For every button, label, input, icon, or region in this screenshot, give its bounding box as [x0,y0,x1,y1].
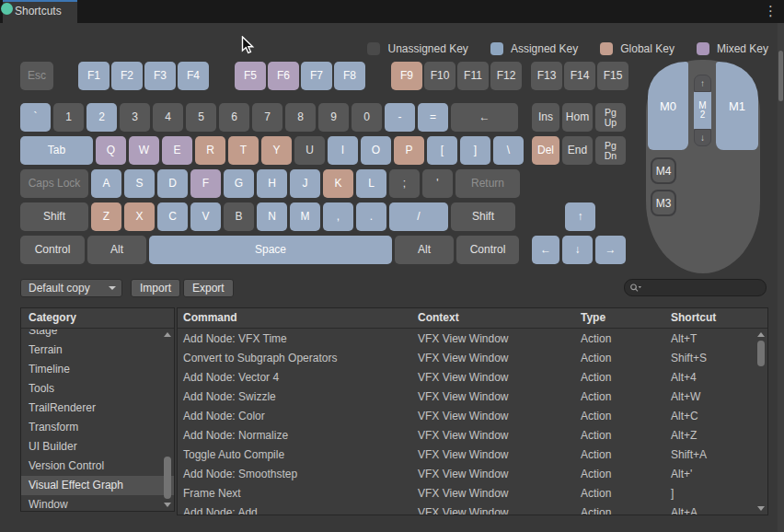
category-item[interactable]: Visual Effect Graph [21,476,174,495]
key--[interactable]: - [385,103,415,132]
key-pg-dn[interactable]: Pg Dn [595,136,626,165]
key-3[interactable]: 3 [120,103,150,132]
key-e[interactable]: E [162,136,192,165]
table-row[interactable]: Add Node: VFX TimeVFX View WindowActionA… [178,330,767,349]
key-f6[interactable]: F6 [268,62,299,90]
key-n[interactable]: N [257,202,287,231]
scroll-up-icon[interactable] [757,332,765,337]
key-p[interactable]: P [394,136,424,165]
key-2[interactable]: 2 [86,103,117,132]
tab-shortcuts[interactable]: Shortcuts [3,0,77,23]
category-item[interactable]: Tools [21,379,174,399]
key-shift[interactable]: Shift [451,202,515,231]
key-esc[interactable]: Esc [20,62,53,90]
key-4[interactable]: 4 [153,103,183,132]
key-`[interactable]: ` [20,103,51,132]
key-r[interactable]: R [195,136,225,165]
key-caps-lock[interactable]: Caps Lock [20,169,88,198]
scroll-up-icon[interactable] [164,332,171,337]
key-pg-up[interactable]: Pg Up [595,103,626,132]
table-row[interactable]: Add Node: AddVFX View WindowActionAlt+A [178,503,767,515]
table-row[interactable]: Frame NextVFX View WindowAction] [178,484,767,503]
key-9[interactable]: 9 [318,103,349,132]
table-row[interactable]: Add Node: NormalizeVFX View WindowAction… [178,426,767,445]
category-item[interactable]: Window [21,495,174,511]
key-t[interactable]: T [228,136,259,165]
mouse-button-m0[interactable]: M0 [648,62,688,150]
scrollbar-thumb[interactable] [164,457,171,499]
category-item[interactable]: Transform [21,418,174,437]
key-6[interactable]: 6 [219,103,249,132]
category-item[interactable]: TrailRenderer [21,399,174,418]
key-z[interactable]: Z [91,202,121,231]
table-row[interactable]: Convert to Subgraph OperatorsVFX View Wi… [178,349,767,368]
key-control[interactable]: Control [20,236,85,264]
key-g[interactable]: G [224,169,254,198]
key-f12[interactable]: F12 [490,62,522,90]
key-return[interactable]: Return [455,169,520,198]
key-,[interactable]: , [323,202,353,231]
key-\[interactable]: \ [493,136,524,165]
table-row[interactable]: Toggle Auto CompileVFX View WindowAction… [178,445,767,465]
key-][interactable]: ] [460,136,490,165]
key-f14[interactable]: F14 [564,62,595,90]
key-control[interactable]: Control [456,236,519,264]
table-row[interactable]: Add Node: ColorVFX View WindowActionAlt+… [178,407,767,426]
import-button[interactable]: Import [131,279,180,297]
key-space[interactable]: Space [149,236,392,264]
scrollbar-thumb[interactable] [778,51,783,101]
scrollbar-thumb[interactable] [757,341,765,366]
key-f[interactable]: F [190,169,221,198]
window-scrollbar[interactable] [778,23,784,532]
key-0[interactable]: 0 [352,103,382,132]
scroll-down-icon[interactable] [757,506,765,511]
key-y[interactable]: Y [261,136,292,165]
key-a[interactable]: A [91,169,121,198]
mouse-button-m3[interactable]: M3 [651,190,676,216]
key-[[interactable]: [ [427,136,457,165]
key-d[interactable]: D [157,169,188,198]
key-;[interactable]: ; [389,169,420,198]
column-header-shortcut[interactable]: Shortcut [665,308,767,328]
scroll-down-icon[interactable] [164,503,171,507]
search-input[interactable] [642,281,755,295]
key-8[interactable]: 8 [285,103,316,132]
wheel-up-icon[interactable]: ↑ [694,75,711,92]
key-f1[interactable]: F1 [78,62,110,90]
key-del[interactable]: Del [532,136,559,165]
key-w[interactable]: W [129,136,159,165]
category-item[interactable]: Version Control [21,457,174,476]
key-k[interactable]: K [323,169,353,198]
key-f4[interactable]: F4 [178,62,209,90]
key-f15[interactable]: F15 [597,62,628,90]
key-x[interactable]: X [124,202,155,231]
key-h[interactable]: H [257,169,287,198]
key-f5[interactable]: F5 [235,62,266,90]
search-field[interactable] [624,279,767,296]
key-alt[interactable]: Alt [87,236,146,264]
key-arrow-down[interactable]: ↓ [562,236,593,264]
table-scrollbar[interactable] [755,330,767,514]
mouse-wheel-m2[interactable]: M 2 [694,92,711,129]
category-item[interactable]: Terrain [21,341,174,360]
key-j[interactable]: J [290,169,320,198]
key-f3[interactable]: F3 [144,62,176,90]
key-5[interactable]: 5 [186,103,216,132]
key-arrow-up[interactable]: ↑ [565,202,595,231]
key-i[interactable]: I [328,136,358,165]
key-u[interactable]: U [294,136,325,165]
kebab-menu-icon[interactable]: ⋮ [764,3,778,19]
key-'[interactable]: ' [422,169,453,198]
key-v[interactable]: V [190,202,221,231]
key-q[interactable]: Q [96,136,126,165]
key-hom[interactable]: Hom [562,103,593,132]
table-row[interactable]: Add Node: SwizzleVFX View WindowActionAl… [178,387,767,407]
mouse-button-m1[interactable]: M1 [716,62,758,150]
table-row[interactable]: Add Node: SmoothstepVFX View WindowActio… [178,465,767,484]
key-f13[interactable]: F13 [531,62,562,90]
export-button[interactable]: Export [183,279,234,297]
key-backspace[interactable]: ← [451,103,518,132]
table-row[interactable]: Add Node: Vector 4VFX View WindowActionA… [178,368,767,387]
key-f11[interactable]: F11 [457,62,489,90]
key-1[interactable]: 1 [53,103,84,132]
